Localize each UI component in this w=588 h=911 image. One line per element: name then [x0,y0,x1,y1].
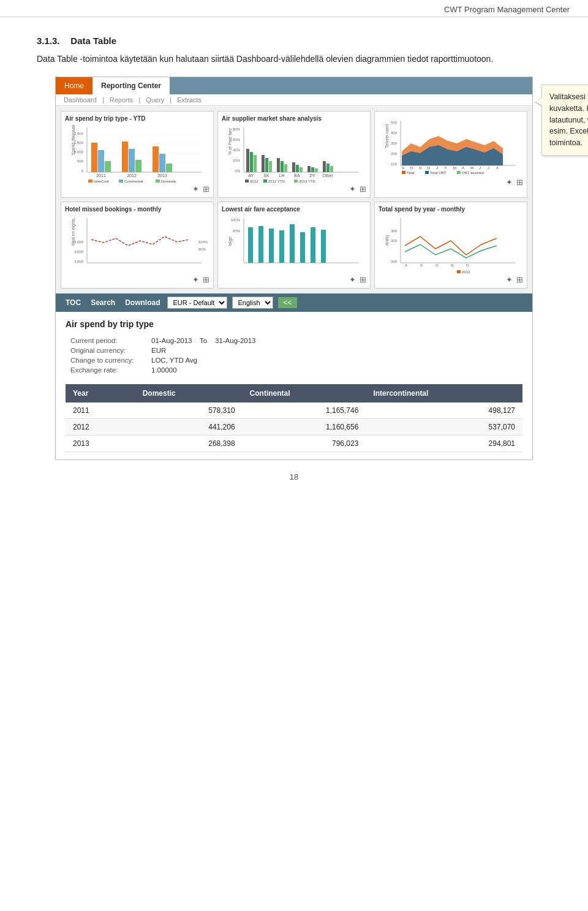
grid-icon-6[interactable]: ⊞ [516,275,523,284]
svg-rect-50 [307,166,311,172]
svg-text:N: N [451,263,453,267]
nav-tab-home[interactable]: Home [56,77,92,94]
page-number: 18 [290,472,298,482]
svg-rect-112 [279,230,284,263]
svg-text:2012: 2012 [250,180,258,183]
svg-text:3,000: 3,000 [74,260,84,263]
callout-box: Valitaksesi Data Tablen, paina ⊞ -kuvake… [541,85,588,156]
sub-nav-reports[interactable]: Reports [110,96,134,104]
svg-text:Total: Total [407,171,415,175]
svg-text:20%: 20% [233,159,241,162]
svg-text:500: 500 [391,121,398,124]
svg-text:O: O [410,166,413,170]
svg-text:100%: 100% [198,240,208,244]
chart-panel-1: Air spend by trip type - YTD Spend (thou… [61,111,214,198]
table-body: 2011 578,310 1,165,746 498,127 2012 441,… [66,403,522,452]
cell-continental: 796,023 [243,436,366,452]
svg-text:4,000: 4,000 [74,240,84,244]
chart-panel-5: Lowest air fare acceptance bkgs 100% 80% [217,202,371,289]
svg-text:Domestic: Domestic [161,180,176,183]
chart-area-5: bkgs 100% 80% [222,215,366,273]
svg-rect-46 [284,164,287,172]
meta-label: Change to currency: [67,356,146,365]
svg-rect-114 [300,232,305,263]
svg-rect-64 [263,180,267,183]
sub-nav: Dashboard | Reports | Query | Extracts [56,94,532,106]
sub-nav-dashboard[interactable]: Dashboard [64,96,97,104]
sub-nav-query[interactable]: Query [146,96,164,104]
svg-text:1,500: 1,500 [74,141,84,145]
svg-text:80%: 80% [233,229,241,233]
svg-text:A: A [462,166,464,170]
currency-select[interactable]: EUR - Default [167,297,227,309]
add-icon-3[interactable]: ✦ [506,178,513,187]
table-row: 2013 268,398 796,023 294,801 [66,436,522,452]
add-icon-4[interactable]: ✦ [192,275,199,284]
meta-row: Current period: 01-Aug-2013 To 31-Aug-20… [67,336,260,345]
svg-rect-54 [326,164,330,172]
grid-icon-5[interactable]: ⊞ [360,275,366,284]
add-icon-5[interactable]: ✦ [349,275,356,284]
svg-text:300: 300 [391,142,398,145]
chart-title-6: Total spend by year - monthly [379,206,523,213]
svg-rect-51 [311,167,314,172]
svg-rect-116 [321,230,326,263]
nav-tab-reporting-center[interactable]: Reporting Center [92,77,170,94]
add-icon-6[interactable]: ✦ [506,275,513,284]
svg-text:% of Paid fare: % of Paid fare [228,128,232,155]
svg-text:100: 100 [391,162,398,166]
svg-text:bkgs: bkgs [228,236,233,246]
callout-arrow-inner [536,97,543,106]
svg-text:2013: 2013 [462,270,470,273]
grid-icon-1[interactable]: ⊞ [203,184,209,194]
svg-text:100%: 100% [231,218,241,222]
svg-rect-49 [300,167,303,172]
chart-title-4: Hotel missed bookings - monthly [65,206,209,213]
svg-text:2012: 2012 [127,173,137,178]
grid-icon-3[interactable]: ⊞ [516,178,523,187]
svg-rect-62 [245,180,249,183]
svg-text:0%: 0% [235,169,240,173]
svg-rect-14 [105,161,111,172]
collapse-button[interactable]: << [278,297,296,308]
search-button[interactable]: Search [86,297,120,308]
chart-svg-6: ands) 360 300 200 A S O N [379,215,523,273]
cell-continental: 1,160,656 [243,419,366,436]
toc-button[interactable]: TOC [61,297,86,308]
cell-continental: 1,165,746 [243,403,366,419]
meta-row: Original currency: EUR [67,346,260,355]
dashboard-grid: Air spend by trip type - YTD Spend (thou… [56,106,532,293]
meta-value: LOC, YTD Avg [148,356,260,365]
panel-icons-3: ✦ ⊞ [379,176,523,187]
svg-text:S: S [402,166,404,170]
page-header: CWT Program Management Center [0,0,588,17]
chart-area-1: Spend (thousands) 0 500 1,000 1,500 2,00… [65,124,209,183]
meta-row: Exchange rate: 1.00000 [67,366,260,374]
chart-title-5: Lowest air fare acceptance [222,206,366,213]
svg-text:S: S [420,263,423,267]
meta-value: 01-Aug-2013 To 31-Aug-2013 [148,336,260,345]
add-icon-1[interactable]: ✦ [192,184,199,194]
sub-nav-extracts[interactable]: Extracts [177,96,202,104]
section-title: Data Table [70,36,116,46]
svg-text:InterCont: InterCont [94,180,109,183]
grid-icon-2[interactable]: ⊞ [360,184,366,194]
meta-label: Original currency: [67,346,146,355]
svg-rect-38 [246,149,249,172]
svg-text:500: 500 [77,159,84,163]
svg-text:A: A [496,166,499,170]
chart-svg-1: Spend (thousands) 0 500 1,000 1,500 2,00… [65,124,209,183]
svg-text:F: F [445,166,447,170]
panel-icons-1: ✦ ⊞ [65,183,209,194]
download-button[interactable]: Download [120,297,165,308]
svg-text:Other: Other [322,173,333,178]
panel-icons-2: ✦ ⊞ [222,183,366,194]
cell-year: 2013 [66,436,135,452]
add-icon-2[interactable]: ✦ [349,184,356,194]
language-select[interactable]: English [232,297,273,309]
svg-text:2013: 2013 [157,173,167,178]
grid-icon-4[interactable]: ⊞ [203,275,209,284]
table-row: 2011 578,310 1,165,746 498,127 [66,403,522,419]
chart-panel-6: Total spend by year - monthly ands) 360 … [374,202,527,289]
section-heading: 3.1.3. Data Table [37,36,551,47]
